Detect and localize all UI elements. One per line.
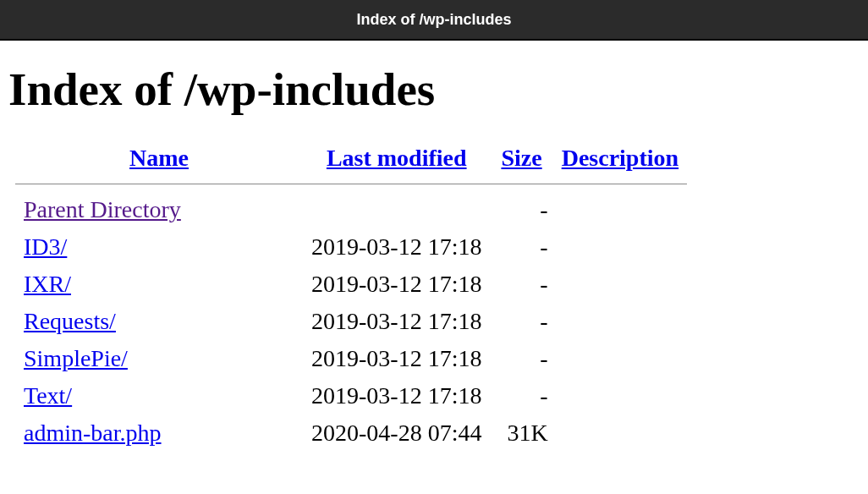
file-link[interactable]: SimplePie/ [24,345,128,371]
cell-size: - [490,228,552,266]
file-link[interactable]: IXR/ [24,271,71,297]
browser-tab-bar: Index of /wp-includes [0,0,868,41]
browser-tab-title: Index of /wp-includes [356,11,511,29]
file-link[interactable]: ID3/ [24,233,67,260]
cell-last-modified: 2019-03-12 17:18 [303,340,490,377]
table-row: Parent Directory- [15,191,687,228]
sort-by-size-link[interactable]: Size [501,145,541,171]
file-link[interactable]: Text/ [24,382,72,409]
cell-name: Parent Directory [15,191,303,228]
cell-name: IXR/ [15,266,303,303]
cell-name: SimplePie/ [15,340,303,377]
cell-description [553,340,687,377]
cell-description [553,266,687,303]
table-header-row: Name Last modified Size Description [15,140,687,180]
cell-description [553,303,687,340]
col-header-description: Description [553,140,687,180]
cell-last-modified: 2019-03-12 17:18 [303,228,490,266]
table-row: Requests/2019-03-12 17:18- [15,303,687,340]
cell-name: Text/ [15,377,303,414]
cell-description [553,228,687,266]
col-header-last-modified: Last modified [303,140,490,180]
file-link[interactable]: Parent Directory [24,196,181,222]
table-row: ID3/2019-03-12 17:18- [15,228,687,266]
file-link[interactable]: Requests/ [24,308,116,334]
cell-last-modified: 2020-04-28 07:44 [303,414,490,452]
cell-size: 31K [490,414,552,452]
cell-last-modified: 2019-03-12 17:18 [303,266,490,303]
cell-name: ID3/ [15,228,303,266]
cell-size: - [490,340,552,377]
cell-size: - [490,377,552,414]
cell-last-modified: 2019-03-12 17:18 [303,377,490,414]
col-header-size: Size [490,140,552,180]
header-divider [15,180,687,191]
table-row: Text/2019-03-12 17:18- [15,377,687,414]
cell-name: Requests/ [15,303,303,340]
cell-last-modified: 2019-03-12 17:18 [303,303,490,340]
sort-by-last-modified-link[interactable]: Last modified [327,145,467,171]
cell-description [553,377,687,414]
table-row: SimplePie/2019-03-12 17:18- [15,340,687,377]
col-header-name: Name [15,140,303,180]
table-row: admin-bar.php2020-04-28 07:4431K [15,414,687,452]
file-link[interactable]: admin-bar.php [24,420,162,446]
page-title: Index of /wp-includes [7,63,861,116]
sort-by-description-link[interactable]: Description [562,145,678,171]
page-content: Index of /wp-includes Name Last modified… [0,41,868,458]
cell-description [553,414,687,452]
cell-name: admin-bar.php [15,414,303,452]
sort-by-name-link[interactable]: Name [129,145,189,171]
cell-size: - [490,191,552,228]
directory-listing-table: Name Last modified Size Description Pare… [15,140,687,452]
table-row: IXR/2019-03-12 17:18- [15,266,687,303]
cell-description [553,191,687,228]
cell-size: - [490,266,552,303]
cell-size: - [490,303,552,340]
cell-last-modified [303,191,490,228]
